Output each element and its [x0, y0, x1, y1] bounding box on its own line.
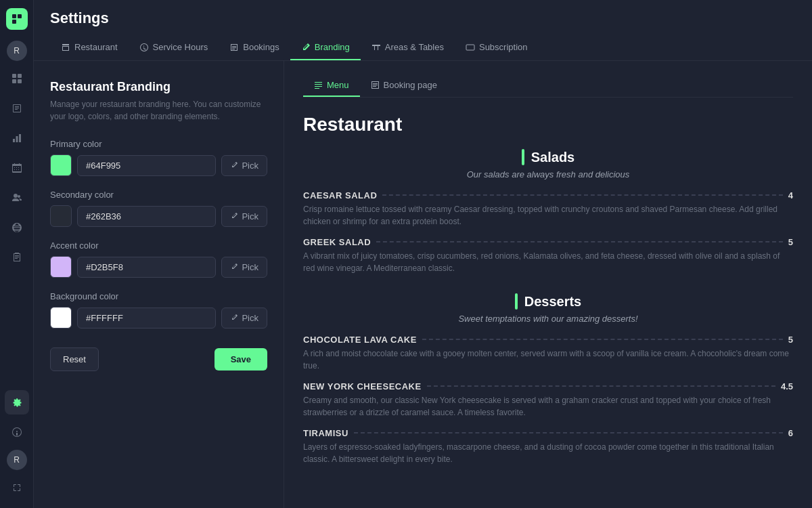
category-desc-salads: Our salads are always fresh and deliciou…: [303, 169, 793, 179]
secondary-color-input[interactable]: [77, 206, 216, 227]
caesar-desc: Crisp romaine lettuce tossed with creamy…: [303, 203, 793, 228]
category-name-salads: Salads: [531, 150, 574, 165]
user-avatar-top[interactable]: R: [7, 41, 27, 61]
sidebar-users-icon[interactable]: [5, 186, 29, 210]
sidebar-settings-icon[interactable]: [5, 390, 29, 415]
lava-cake-name: CHOCOLATE LAVA CAKE: [303, 335, 417, 345]
caesar-name: CAESAR SALAD: [303, 190, 377, 200]
cheesecake-header: NEW YORK CHEESECAKE 4.5: [303, 381, 793, 391]
secondary-color-swatch[interactable]: [50, 205, 72, 227]
svg-rect-7: [13, 139, 15, 142]
greek-dots: [376, 241, 783, 242]
svg-rect-11: [374, 46, 375, 50]
user-avatar-bottom[interactable]: R: [7, 450, 27, 470]
page-title: Settings: [50, 9, 796, 27]
preview-tab-booking[interactable]: Booking page: [360, 75, 449, 97]
tiramisu-name: TIRAMISU: [303, 428, 348, 438]
top-header: Settings Restaurant Service Hours Bookin…: [34, 0, 812, 61]
category-desc-desserts: Sweet temptations with our amazing desse…: [303, 314, 793, 324]
tab-subscription[interactable]: Subscription: [455, 35, 539, 60]
category-desserts: Desserts Sweet temptations with our amaz…: [303, 293, 793, 465]
secondary-color-label: Secondary color: [50, 190, 267, 200]
panel-title: Restaurant Branding: [50, 80, 267, 94]
menu-item-tiramisu: TIRAMISU 6 Layers of espresso-soaked lad…: [303, 428, 793, 465]
category-salads: Salads Our salads are always fresh and d…: [303, 149, 793, 274]
background-color-input[interactable]: [77, 308, 216, 329]
menu-item-caesar: CAESAR SALAD 4 Crisp romaine lettuce tos…: [303, 190, 793, 228]
menu-item-greek: GREEK SALAD 5 A vibrant mix of juicy tom…: [303, 237, 793, 274]
cheesecake-name: NEW YORK CHEESECAKE: [303, 381, 422, 391]
primary-color-swatch[interactable]: [50, 154, 72, 176]
background-color-field: Background color Pick: [50, 291, 267, 329]
preview-tab-menu[interactable]: Menu: [303, 75, 360, 97]
category-desserts-header: Desserts: [303, 293, 793, 310]
lava-cake-price: 5: [788, 335, 793, 345]
sidebar-info-icon[interactable]: [5, 420, 29, 444]
greek-desc: A vibrant mix of juicy tomatoes, crisp c…: [303, 250, 793, 274]
svg-rect-13: [466, 45, 474, 50]
app-logo[interactable]: [6, 8, 28, 30]
secondary-color-pick-button[interactable]: Pick: [221, 206, 267, 227]
lava-cake-header: CHOCOLATE LAVA CAKE 5: [303, 335, 793, 345]
expand-icon[interactable]: [5, 475, 29, 500]
cheesecake-price: 4.5: [781, 381, 793, 391]
tiramisu-desc: Layers of espresso-soaked ladyfingers, m…: [303, 441, 793, 465]
menu-item-cheesecake: NEW YORK CHEESECAKE 4.5 Creamy and smoot…: [303, 381, 793, 419]
preview-tabs: Menu Booking page: [303, 75, 793, 98]
tab-bookings[interactable]: Bookings: [219, 35, 290, 60]
sidebar-chart-icon[interactable]: [5, 126, 29, 150]
tiramisu-header: TIRAMISU 6: [303, 428, 793, 438]
background-color-swatch[interactable]: [50, 307, 72, 329]
sidebar-globe-icon[interactable]: [5, 215, 29, 240]
tab-restaurant[interactable]: Restaurant: [50, 35, 129, 60]
tab-branding[interactable]: Branding: [290, 35, 361, 60]
category-salads-header: Salads: [303, 149, 793, 165]
caesar-dots: [382, 194, 782, 196]
secondary-color-field: Secondary color Pick: [50, 190, 267, 227]
svg-rect-1: [18, 14, 22, 18]
left-panel: Restaurant Branding Manage your restaura…: [34, 61, 284, 508]
primary-color-pick-button[interactable]: Pick: [221, 155, 267, 176]
primary-color-input[interactable]: [77, 155, 216, 176]
accent-color-field: Accent color Pick: [50, 240, 267, 278]
tab-service-hours[interactable]: Service Hours: [129, 35, 219, 60]
caesar-price: 4: [788, 190, 793, 200]
caesar-header: CAESAR SALAD 4: [303, 190, 793, 200]
accent-color-input[interactable]: [77, 257, 216, 278]
sidebar-clipboard-icon[interactable]: [5, 245, 29, 270]
sidebar-book-icon[interactable]: [5, 96, 29, 121]
save-button[interactable]: Save: [215, 348, 267, 371]
sidebar-calendar-icon[interactable]: [5, 156, 29, 180]
svg-rect-10: [372, 45, 380, 46]
svg-rect-9: [19, 134, 21, 142]
tiramisu-price: 6: [788, 428, 793, 438]
primary-color-label: Primary color: [50, 139, 267, 149]
right-panel: Menu Booking page Restaurant Salads Our …: [284, 61, 812, 508]
primary-color-row: Pick: [50, 154, 267, 176]
reset-button[interactable]: Reset: [50, 347, 99, 371]
action-row: Reset Save: [50, 347, 267, 371]
lava-cake-desc: A rich and moist chocolate cake with a g…: [303, 347, 793, 372]
svg-rect-12: [378, 46, 378, 50]
sidebar-grid-icon[interactable]: [5, 66, 29, 91]
tab-areas-tables[interactable]: Areas & Tables: [361, 35, 455, 60]
accent-color-pick-button[interactable]: Pick: [221, 257, 267, 278]
category-name-desserts: Desserts: [524, 294, 582, 310]
panel-desc: Manage your restaurant branding here. Yo…: [50, 98, 267, 123]
lava-cake-dots: [422, 339, 783, 340]
svg-rect-5: [12, 79, 16, 83]
tiramisu-dots: [354, 432, 783, 433]
svg-rect-4: [18, 74, 22, 78]
background-color-label: Background color: [50, 291, 267, 301]
background-color-pick-button[interactable]: Pick: [221, 308, 267, 329]
nav-tabs: Restaurant Service Hours Bookings Brandi…: [50, 35, 796, 60]
category-bar-desserts: [515, 293, 518, 310]
accent-color-swatch[interactable]: [50, 256, 72, 278]
menu-item-lava-cake: CHOCOLATE LAVA CAKE 5 A rich and moist c…: [303, 335, 793, 372]
content-area: Restaurant Branding Manage your restaura…: [34, 61, 812, 508]
category-bar-salads: [522, 149, 524, 165]
main-content: Settings Restaurant Service Hours Bookin…: [34, 0, 812, 508]
icon-sidebar: R: [0, 0, 34, 508]
secondary-color-row: Pick: [50, 205, 267, 227]
restaurant-name: Restaurant: [303, 114, 793, 135]
